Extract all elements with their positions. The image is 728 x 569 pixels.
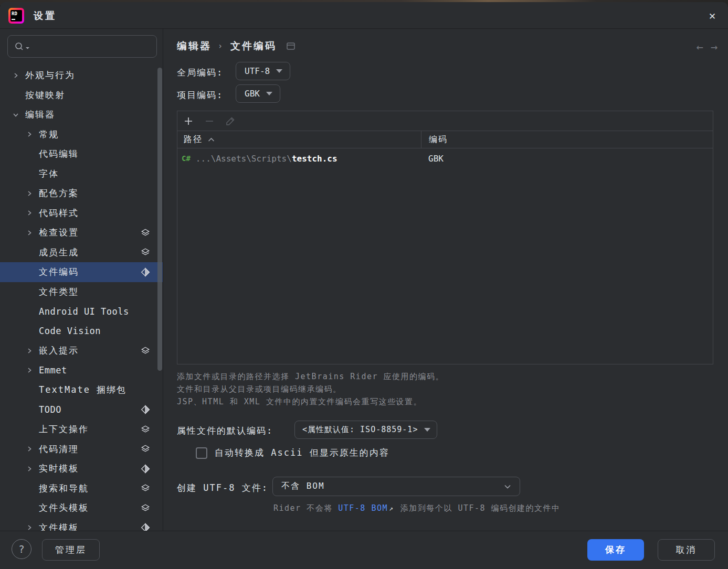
sidebar-item-label: TextMate 捆绑包 <box>39 384 126 396</box>
csharp-file-icon: C# <box>182 154 191 163</box>
back-arrow-icon[interactable]: ← <box>697 40 703 53</box>
external-link-icon: ↗ <box>389 504 394 512</box>
sidebar-item-13[interactable]: Code Vision <box>0 321 163 341</box>
ascii-convert-row: 自动转换成 Ascii 但显示原生的内容 <box>196 447 389 459</box>
sidebar-item-label: Android UI Tools <box>39 306 129 317</box>
chevron-right-icon[interactable] <box>25 347 34 355</box>
search-input[interactable] <box>30 36 156 57</box>
sidebar-item-9[interactable]: 成员生成 <box>0 243 163 263</box>
create-utf8-select[interactable]: 不含 BOM <box>272 477 520 496</box>
layers-icon <box>141 228 150 238</box>
table-help-text: 添加文件或目录的路径并选择 JetBrains Rider 应使用的编码。文件和… <box>177 370 444 408</box>
sidebar-item-label: 常规 <box>39 128 59 141</box>
sidebar-scrollbar[interactable] <box>157 68 162 371</box>
encodings-table: 路径 编码 C#...\Assets\Scripts\testch.csGBK <box>177 111 713 364</box>
column-header-encoding[interactable]: 编码 <box>421 131 713 148</box>
sidebar-item-18[interactable]: 上下文操作 <box>0 420 163 439</box>
settings-sidebar: 外观与行为按键映射编辑器常规代码编辑字体配色方案代码样式检查设置成员生成文件编码… <box>0 29 163 531</box>
sidebar-item-3[interactable]: 常规 <box>0 125 163 145</box>
manage-button[interactable]: 管理层 <box>42 539 100 561</box>
remove-icon[interactable] <box>204 115 215 127</box>
cancel-button[interactable]: 取消 <box>658 539 715 561</box>
sidebar-item-label: 外观与行为 <box>25 69 75 81</box>
sidebar-item-23[interactable]: 文件模板 <box>0 518 163 531</box>
chevron-right-icon[interactable] <box>25 190 34 197</box>
help-icon[interactable]: ? <box>12 539 31 559</box>
global-encoding-value: UTF-8 <box>245 66 270 76</box>
sidebar-item-0[interactable]: 外观与行为 <box>0 66 163 85</box>
global-encoding-label: 全局编码: <box>177 67 223 79</box>
column-header-path[interactable]: 路径 <box>177 134 421 145</box>
sidebar-item-label: 文件类型 <box>39 286 79 298</box>
sidebar-item-17[interactable]: TODO <box>0 400 163 420</box>
rider-logo-icon: RD <box>8 8 24 24</box>
sidebar-item-label: 代码样式 <box>39 207 79 219</box>
chevron-right-icon[interactable] <box>25 229 34 237</box>
sidebar-item-4[interactable]: 代码编辑 <box>0 144 163 164</box>
sidebar-item-2[interactable]: 编辑器 <box>0 105 163 125</box>
sidebar-item-11[interactable]: 文件类型 <box>0 282 163 302</box>
sidebar-item-22[interactable]: 文件头模板 <box>0 498 163 518</box>
chevron-right-icon[interactable] <box>25 131 34 138</box>
layers-icon <box>141 425 150 434</box>
sidebar-item-5[interactable]: 字体 <box>0 164 163 184</box>
global-encoding-select[interactable]: UTF-8 <box>236 62 290 80</box>
ascii-convert-checkbox[interactable] <box>196 447 207 459</box>
chevron-down-icon[interactable] <box>12 111 20 119</box>
sidebar-item-14[interactable]: 嵌入提示 <box>0 341 163 361</box>
note-suffix: 添加到每个以 UTF-8 编码创建的文件中 <box>395 503 560 513</box>
chevron-right-icon[interactable] <box>12 72 20 79</box>
forward-arrow-icon[interactable]: → <box>711 40 718 53</box>
encoding-cell: GBK <box>421 154 713 164</box>
breadcrumb-separator-icon: › <box>218 41 224 51</box>
chevron-right-icon[interactable] <box>25 367 34 374</box>
sidebar-item-label: 文件模板 <box>39 522 79 531</box>
path-cell: C#...\Assets\Scripts\testch.cs <box>177 154 421 164</box>
sidebar-item-15[interactable]: Emmet <box>0 361 163 381</box>
chevron-down-icon <box>504 481 511 491</box>
save-button[interactable]: 保存 <box>587 539 644 561</box>
layers-icon <box>141 346 150 356</box>
layers-icon <box>141 484 150 493</box>
sidebar-item-10[interactable]: 文件编码 <box>0 262 163 282</box>
breadcrumb-parent[interactable]: 编辑器 <box>177 39 212 53</box>
sidebar-item-7[interactable]: 代码样式 <box>0 203 163 223</box>
sidebar-item-label: 文件编码 <box>39 266 79 278</box>
close-icon[interactable]: ✕ <box>705 8 720 23</box>
chevron-right-icon[interactable] <box>25 465 34 473</box>
properties-encoding-value: <属性默认值: ISO-8859-1> <box>302 425 418 435</box>
chevron-right-icon[interactable] <box>25 445 34 453</box>
sidebar-item-6[interactable]: 配色方案 <box>0 184 163 203</box>
layers-icon <box>141 444 150 454</box>
utf8-bom-link[interactable]: UTF-8 BOM <box>338 503 388 513</box>
table-help-line: 添加文件或目录的路径并选择 JetBrains Rider 应使用的编码。 <box>177 370 444 383</box>
sidebar-item-label: 按键映射 <box>25 89 65 101</box>
table-toolbar <box>177 111 713 131</box>
sidebar-item-12[interactable]: Android UI Tools <box>0 302 163 321</box>
table-help-line: 文件和目录从父目录或项目编码继承编码。 <box>177 383 444 395</box>
rider-logo-text: RD <box>10 10 22 22</box>
edit-pencil-icon[interactable] <box>225 115 236 127</box>
sidebar-item-label: 上下文操作 <box>39 423 89 435</box>
search-box[interactable] <box>7 35 157 58</box>
dialog-footer: ? 管理层 保存 取消 <box>0 531 728 569</box>
sidebar-item-16[interactable]: TextMate 捆绑包 <box>0 380 163 400</box>
sort-asc-icon <box>208 137 215 142</box>
open-in-window-icon[interactable] <box>286 42 296 50</box>
table-row[interactable]: C#...\Assets\Scripts\testch.csGBK <box>177 148 713 168</box>
project-encoding-select[interactable]: GBK <box>236 84 280 103</box>
sidebar-item-1[interactable]: 按键映射 <box>0 85 163 105</box>
sidebar-item-20[interactable]: 实时模板 <box>0 459 163 479</box>
chevron-right-icon[interactable] <box>25 209 34 217</box>
table-help-line: JSP、HTML 和 XML 文件中的内置文件编码会重写这些设置。 <box>177 395 444 408</box>
note-prefix: Rider 不会将 <box>273 503 338 513</box>
add-icon[interactable] <box>183 115 194 127</box>
sidebar-item-21[interactable]: 搜索和导航 <box>0 479 163 499</box>
sidebar-item-8[interactable]: 检查设置 <box>0 223 163 243</box>
sidebar-item-label: 代码编辑 <box>39 148 79 160</box>
properties-encoding-label: 属性文件的默认编码: <box>177 425 273 437</box>
sidebar-item-19[interactable]: 代码清理 <box>0 439 163 459</box>
properties-encoding-select[interactable]: <属性默认值: ISO-8859-1> <box>294 421 437 439</box>
chevron-right-icon[interactable] <box>25 524 34 531</box>
sidebar-item-label: 实时模板 <box>39 463 79 475</box>
